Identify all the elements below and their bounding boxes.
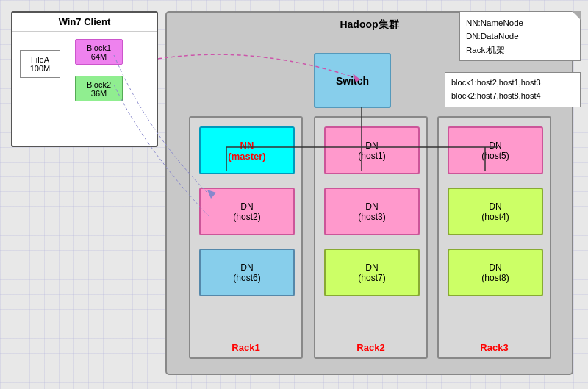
rack3-dn-host4: DN (host4)	[448, 188, 543, 235]
win7-inner: FileA 100M Block1 64M Block2 36M	[12, 32, 157, 138]
switch-label: Switch	[336, 75, 369, 87]
rack2-host1-label: DN (host1)	[358, 140, 385, 161]
win7-client-title: Win7 Client	[12, 13, 157, 32]
filea-label: FileA	[31, 55, 49, 64]
rack3-host4-label: DN (host4)	[481, 201, 509, 222]
nn-line1: NN	[228, 140, 265, 151]
rack3-dn-host5: DN (host5)	[448, 126, 543, 174]
rack3-host5-label: DN (host5)	[481, 140, 509, 161]
legend1-line1: NN:NameNode	[466, 16, 574, 29]
block1-label: Block1	[87, 43, 111, 52]
filea-size: 100M	[30, 64, 51, 73]
legend1-line2: DN:DataNode	[466, 29, 574, 43]
rack2-dn-host1: DN (host1)	[324, 126, 420, 174]
rack2-dn-host3: DN (host3)	[324, 188, 420, 235]
rack3-host8-label: DN (host8)	[481, 263, 509, 283]
block1-size: 64M	[91, 52, 107, 61]
legend-box1: NN:NameNode DN:DataNode Rack:机架	[459, 11, 581, 61]
rack1-host2-label: DN (host2)	[233, 201, 260, 222]
block1-box: Block1 64M	[75, 39, 123, 65]
legend-box2: block1:host2,host1,host3 block2:host7,ho…	[445, 72, 581, 107]
rack3-dn-host8: DN (host8)	[448, 249, 543, 296]
legend2-line1: block1:host2,host1,host3	[451, 76, 574, 90]
rack1-container: NN (master) DN (host2) DN (host6) Rack1	[189, 116, 303, 359]
rack2-label: Rack2	[315, 342, 426, 353]
hadoop-cluster-box: Hadoop集群 Switch NN (master) DN (host2)	[165, 11, 573, 375]
rack3-container: DN (host5) DN (host4) DN (host8) Rack3	[437, 116, 551, 359]
filea-box: FileA 100M	[20, 50, 60, 78]
rack2-container: DN (host1) DN (host3) DN (host7) Rack2	[314, 116, 428, 359]
rack2-host7-label: DN (host7)	[358, 263, 385, 283]
block2-box: Block2 36M	[75, 76, 123, 101]
rack3-label: Rack3	[439, 342, 550, 353]
diagram: Win7 Client FileA 100M Block1 64M Block2…	[0, 0, 588, 389]
rack1-label: Rack1	[190, 342, 301, 353]
block2-label: Block2	[87, 80, 111, 89]
nn-master-node: NN (master)	[199, 126, 295, 174]
rack1-dn-host2: DN (host2)	[199, 188, 295, 235]
switch-box: Switch	[314, 53, 391, 108]
rack2-dn-host7: DN (host7)	[324, 249, 420, 296]
block2-size: 36M	[91, 89, 107, 98]
nn-line2: (master)	[228, 151, 265, 162]
nn-master-label: NN (master)	[228, 140, 265, 162]
legend2-line2: block2:host7,host8,host4	[451, 90, 574, 103]
legend1-line3: Rack:机架	[466, 43, 574, 57]
rack1-host6-label: DN (host6)	[233, 263, 260, 283]
rack1-dn-host6: DN (host6)	[199, 249, 295, 296]
rack2-host3-label: DN (host3)	[358, 201, 385, 222]
win7-client-box: Win7 Client FileA 100M Block1 64M Block2…	[11, 11, 158, 147]
